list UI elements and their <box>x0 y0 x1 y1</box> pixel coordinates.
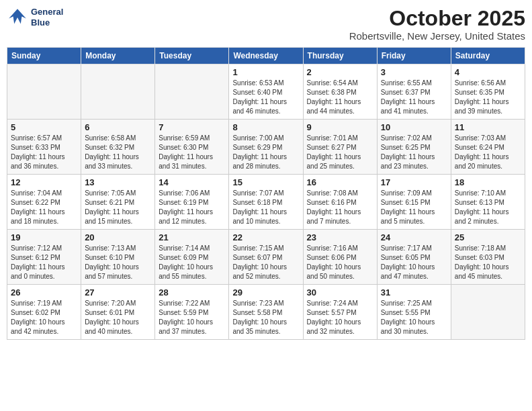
day-number: 4 <box>455 67 521 77</box>
day-info: Sunrise: 7:06 AM Sunset: 6:19 PM Dayligh… <box>159 189 225 226</box>
calendar-cell: 8Sunrise: 7:00 AM Sunset: 6:29 PM Daylig… <box>229 120 303 175</box>
day-info: Sunrise: 6:54 AM Sunset: 6:38 PM Dayligh… <box>307 79 373 116</box>
day-info: Sunrise: 7:20 AM Sunset: 6:01 PM Dayligh… <box>85 299 151 336</box>
day-info: Sunrise: 7:25 AM Sunset: 5:55 PM Dayligh… <box>381 299 447 336</box>
calendar-cell: 13Sunrise: 7:05 AM Sunset: 6:21 PM Dayli… <box>81 175 155 230</box>
calendar-cell: 1Sunrise: 6:53 AM Sunset: 6:40 PM Daylig… <box>229 64 303 120</box>
calendar-cell: 17Sunrise: 7:09 AM Sunset: 6:15 PM Dayli… <box>377 175 451 230</box>
day-number: 23 <box>307 232 373 242</box>
calendar-cell: 29Sunrise: 7:23 AM Sunset: 5:58 PM Dayli… <box>229 285 303 340</box>
day-number: 29 <box>232 287 299 298</box>
logo-line2: Blue <box>31 17 63 28</box>
day-number: 18 <box>455 177 521 187</box>
day-number: 6 <box>85 122 151 132</box>
day-info: Sunrise: 7:23 AM Sunset: 5:58 PM Dayligh… <box>232 299 299 336</box>
calendar-cell: 25Sunrise: 7:18 AM Sunset: 6:03 PM Dayli… <box>451 230 525 285</box>
calendar-cell: 7Sunrise: 6:59 AM Sunset: 6:30 PM Daylig… <box>155 120 229 175</box>
calendar-cell: 21Sunrise: 7:14 AM Sunset: 6:09 PM Dayli… <box>155 230 229 285</box>
day-number: 26 <box>11 287 77 298</box>
calendar-week-row: 5Sunrise: 6:57 AM Sunset: 6:33 PM Daylig… <box>7 120 525 175</box>
day-info: Sunrise: 7:09 AM Sunset: 6:15 PM Dayligh… <box>381 189 447 226</box>
day-info: Sunrise: 7:24 AM Sunset: 5:57 PM Dayligh… <box>307 299 373 336</box>
calendar-table: SundayMondayTuesdayWednesdayThursdayFrid… <box>7 47 525 340</box>
day-info: Sunrise: 7:22 AM Sunset: 5:59 PM Dayligh… <box>159 299 225 336</box>
day-info: Sunrise: 7:14 AM Sunset: 6:09 PM Dayligh… <box>159 244 225 281</box>
weekday-header-sunday: Sunday <box>7 48 81 64</box>
calendar-week-row: 1Sunrise: 6:53 AM Sunset: 6:40 PM Daylig… <box>7 64 525 120</box>
weekday-header-row: SundayMondayTuesdayWednesdayThursdayFrid… <box>7 48 525 64</box>
day-info: Sunrise: 7:13 AM Sunset: 6:10 PM Dayligh… <box>85 244 151 281</box>
day-info: Sunrise: 7:01 AM Sunset: 6:27 PM Dayligh… <box>307 134 373 171</box>
weekday-header-saturday: Saturday <box>451 48 525 64</box>
calendar-cell <box>81 64 155 120</box>
calendar-cell <box>155 64 229 120</box>
day-number: 28 <box>159 287 225 298</box>
logo-icon <box>7 7 28 28</box>
weekday-header-thursday: Thursday <box>303 48 377 64</box>
calendar-cell: 11Sunrise: 7:03 AM Sunset: 6:24 PM Dayli… <box>451 120 525 175</box>
day-number: 16 <box>307 177 373 187</box>
day-number: 21 <box>159 232 225 242</box>
day-number: 30 <box>307 287 373 298</box>
calendar-cell: 5Sunrise: 6:57 AM Sunset: 6:33 PM Daylig… <box>7 120 81 175</box>
calendar-week-row: 19Sunrise: 7:12 AM Sunset: 6:12 PM Dayli… <box>7 230 525 285</box>
day-number: 25 <box>455 232 521 242</box>
weekday-header-friday: Friday <box>377 48 451 64</box>
day-info: Sunrise: 6:53 AM Sunset: 6:40 PM Dayligh… <box>232 79 299 116</box>
day-info: Sunrise: 6:59 AM Sunset: 6:30 PM Dayligh… <box>159 134 225 171</box>
weekday-header-monday: Monday <box>81 48 155 64</box>
calendar-cell: 10Sunrise: 7:02 AM Sunset: 6:25 PM Dayli… <box>377 120 451 175</box>
calendar-cell: 3Sunrise: 6:55 AM Sunset: 6:37 PM Daylig… <box>377 64 451 120</box>
calendar-cell: 28Sunrise: 7:22 AM Sunset: 5:59 PM Dayli… <box>155 285 229 340</box>
calendar-cell: 23Sunrise: 7:16 AM Sunset: 6:06 PM Dayli… <box>303 230 377 285</box>
weekday-header-wednesday: Wednesday <box>229 48 303 64</box>
logo: General Blue <box>7 7 63 28</box>
calendar-week-row: 26Sunrise: 7:19 AM Sunset: 6:02 PM Dayli… <box>7 285 525 340</box>
calendar-cell: 6Sunrise: 6:58 AM Sunset: 6:32 PM Daylig… <box>81 120 155 175</box>
day-number: 10 <box>381 122 447 132</box>
day-number: 15 <box>232 177 299 187</box>
day-number: 2 <box>307 67 373 77</box>
day-info: Sunrise: 7:07 AM Sunset: 6:18 PM Dayligh… <box>232 189 299 226</box>
calendar-cell: 20Sunrise: 7:13 AM Sunset: 6:10 PM Dayli… <box>81 230 155 285</box>
calendar-cell: 31Sunrise: 7:25 AM Sunset: 5:55 PM Dayli… <box>377 285 451 340</box>
day-info: Sunrise: 7:15 AM Sunset: 6:07 PM Dayligh… <box>232 244 299 281</box>
day-info: Sunrise: 6:58 AM Sunset: 6:32 PM Dayligh… <box>85 134 151 171</box>
day-info: Sunrise: 7:02 AM Sunset: 6:25 PM Dayligh… <box>381 134 447 171</box>
calendar-cell <box>451 285 525 340</box>
day-number: 24 <box>381 232 447 242</box>
day-number: 19 <box>11 232 77 242</box>
location-title: Robertsville, New Jersey, United States <box>349 30 525 42</box>
calendar-cell: 14Sunrise: 7:06 AM Sunset: 6:19 PM Dayli… <box>155 175 229 230</box>
day-info: Sunrise: 7:05 AM Sunset: 6:21 PM Dayligh… <box>85 189 151 226</box>
logo-line1: General <box>31 7 63 17</box>
day-info: Sunrise: 7:17 AM Sunset: 6:05 PM Dayligh… <box>381 244 447 281</box>
calendar-cell <box>7 64 81 120</box>
day-number: 20 <box>85 232 151 242</box>
weekday-header-tuesday: Tuesday <box>155 48 229 64</box>
day-number: 3 <box>381 67 447 77</box>
month-title: October 2025 <box>349 7 525 30</box>
day-number: 5 <box>11 122 77 132</box>
calendar-cell: 26Sunrise: 7:19 AM Sunset: 6:02 PM Dayli… <box>7 285 81 340</box>
day-info: Sunrise: 6:56 AM Sunset: 6:35 PM Dayligh… <box>455 79 521 116</box>
calendar-cell: 18Sunrise: 7:10 AM Sunset: 6:13 PM Dayli… <box>451 175 525 230</box>
day-info: Sunrise: 7:00 AM Sunset: 6:29 PM Dayligh… <box>232 134 299 171</box>
day-number: 12 <box>11 177 77 187</box>
day-info: Sunrise: 6:55 AM Sunset: 6:37 PM Dayligh… <box>381 79 447 116</box>
calendar-cell: 4Sunrise: 6:56 AM Sunset: 6:35 PM Daylig… <box>451 64 525 120</box>
calendar-cell: 15Sunrise: 7:07 AM Sunset: 6:18 PM Dayli… <box>229 175 303 230</box>
day-number: 14 <box>159 177 225 187</box>
day-number: 1 <box>232 67 299 77</box>
calendar-week-row: 12Sunrise: 7:04 AM Sunset: 6:22 PM Dayli… <box>7 175 525 230</box>
day-number: 9 <box>307 122 373 132</box>
calendar-cell: 27Sunrise: 7:20 AM Sunset: 6:01 PM Dayli… <box>81 285 155 340</box>
calendar-cell: 22Sunrise: 7:15 AM Sunset: 6:07 PM Dayli… <box>229 230 303 285</box>
calendar-cell: 16Sunrise: 7:08 AM Sunset: 6:16 PM Dayli… <box>303 175 377 230</box>
day-info: Sunrise: 7:19 AM Sunset: 6:02 PM Dayligh… <box>11 299 77 336</box>
day-info: Sunrise: 7:10 AM Sunset: 6:13 PM Dayligh… <box>455 189 521 226</box>
calendar-cell: 19Sunrise: 7:12 AM Sunset: 6:12 PM Dayli… <box>7 230 81 285</box>
day-number: 13 <box>85 177 151 187</box>
day-info: Sunrise: 7:03 AM Sunset: 6:24 PM Dayligh… <box>455 134 521 171</box>
calendar-cell: 9Sunrise: 7:01 AM Sunset: 6:27 PM Daylig… <box>303 120 377 175</box>
